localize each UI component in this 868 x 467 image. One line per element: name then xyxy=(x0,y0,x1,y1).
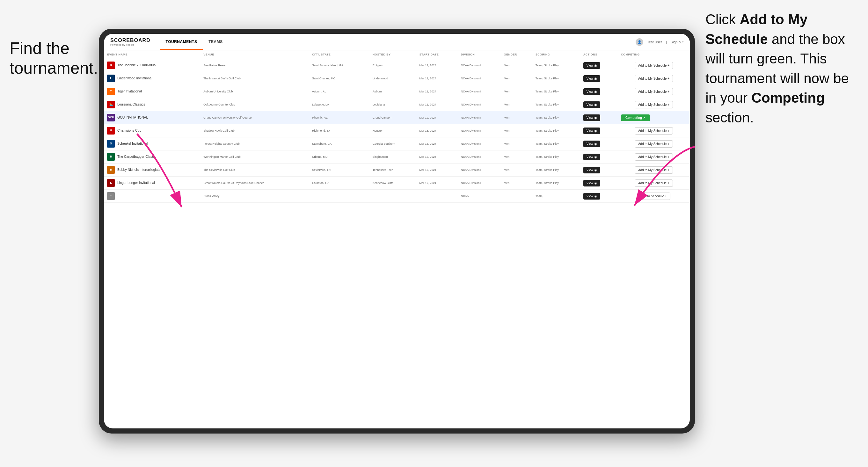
col-hosted-by: HOSTED BY xyxy=(369,50,416,59)
team-logo: T xyxy=(107,88,115,95)
col-venue: VENUE xyxy=(200,50,309,59)
add-to-schedule-button[interactable]: Add to My Schedule + xyxy=(635,153,673,161)
scoring-cell: Team, Stroke Play xyxy=(532,177,580,190)
gender-cell: Men xyxy=(500,177,532,190)
start-date-cell: Mar 11, 2024 xyxy=(416,59,458,72)
app-logo: SCOREBOARD xyxy=(110,38,151,43)
actions-cell: View ◉ xyxy=(580,111,618,124)
table-row: B Bobby Nichols Intercollegiate The Sevi… xyxy=(104,163,690,177)
start-date-cell: Mar 11, 2024 xyxy=(416,98,458,111)
city-state-cell: Sevierville, TN xyxy=(309,163,369,177)
add-to-schedule-button[interactable]: Add to My Schedule + xyxy=(635,62,673,69)
hosted-by-cell: Houston xyxy=(369,124,416,137)
table-header-row: EVENT NAME VENUE CITY, STATE HOSTED BY S… xyxy=(104,50,690,59)
hosted-by-cell: Grand Canyon xyxy=(369,111,416,124)
right-annotation: Click Add to My Schedule and the box wil… xyxy=(706,9,859,127)
team-logo: GCU xyxy=(107,114,115,121)
col-gender: GENDER xyxy=(500,50,532,59)
competing-cell: Add to My Schedule + xyxy=(618,85,690,98)
add-to-schedule-button[interactable]: Add to My Schedule + xyxy=(635,101,673,108)
sign-out-link[interactable]: Sign out xyxy=(671,40,683,44)
col-competing: COMPETING xyxy=(618,50,690,59)
team-logo: B xyxy=(107,166,115,174)
event-name: Lindenwood Invitational xyxy=(117,76,152,81)
gender-cell: Men xyxy=(500,151,532,163)
city-state-cell: Saint Charles, MO xyxy=(309,72,369,85)
view-button[interactable]: View ◉ xyxy=(583,193,600,199)
event-name: Bobby Nichols Intercollegiate xyxy=(117,168,160,172)
event-name-cell: GCU GCU INVITATIONAL xyxy=(104,111,200,124)
venue-cell: Brook Valley xyxy=(200,190,309,203)
event-name-cell: T Tiger Invitational xyxy=(104,85,200,98)
view-button[interactable]: View ◉ xyxy=(583,167,600,174)
actions-cell: View ◉ xyxy=(580,72,618,85)
tab-teams[interactable]: TEAMS xyxy=(203,34,228,50)
view-button[interactable]: View ◉ xyxy=(583,127,600,134)
team-logo: S xyxy=(107,140,115,148)
scoring-cell: Team, Stroke Play xyxy=(532,98,580,111)
city-state-cell: Urbana, MD xyxy=(309,151,369,163)
view-button[interactable]: View ◉ xyxy=(583,180,600,186)
division-cell: NCAA Division I xyxy=(458,111,501,124)
table-row: S Schenkel Invitational Forest Heights C… xyxy=(104,137,690,151)
view-button[interactable]: View ◉ xyxy=(583,101,600,108)
division-cell: NCAA Division I xyxy=(458,151,501,163)
actions-cell: View ◉ xyxy=(580,124,618,137)
event-name: The Carpetbagger Classic xyxy=(117,155,156,159)
competing-cell: Add to My Schedule + xyxy=(618,137,690,151)
table-row: T Tiger Invitational Auburn University C… xyxy=(104,85,690,98)
view-button[interactable]: View ◉ xyxy=(583,62,600,69)
competing-button[interactable]: Competing ✓ xyxy=(621,115,650,121)
event-name: Linger Longer Invitational xyxy=(117,181,155,185)
table-row: H Champions Cup Shadow Hawk Golf ClubRic… xyxy=(104,124,690,137)
venue-cell: Auburn University Club xyxy=(200,85,309,98)
team-logo: • xyxy=(107,192,115,200)
scoring-cell: Team, Stroke Play xyxy=(532,163,580,177)
add-to-schedule-button[interactable]: Add to My Schedule + xyxy=(635,166,673,174)
view-button[interactable]: View ◉ xyxy=(583,141,600,147)
competing-cell: Add to My Schedule + xyxy=(618,72,690,85)
gender-cell: Men xyxy=(500,111,532,124)
table-row: •Brook ValleyNCAATeam, View ◉ Add to Sch… xyxy=(104,190,690,203)
view-button[interactable]: View ◉ xyxy=(583,75,600,82)
start-date-cell: Mar 17, 2024 xyxy=(416,163,458,177)
col-actions: ACTIONS xyxy=(580,50,618,59)
venue-cell: Worthington Manor Golf Club xyxy=(200,151,309,163)
start-date-cell: Mar 11, 2024 xyxy=(416,72,458,85)
view-button[interactable]: View ◉ xyxy=(583,115,600,121)
event-name-cell: R The Johnnie - O Individual xyxy=(104,59,200,72)
hosted-by-cell: Kennesaw State xyxy=(369,177,416,190)
division-cell: NCAA Division I xyxy=(458,124,501,137)
view-button[interactable]: View ◉ xyxy=(583,154,600,160)
tournaments-table: EVENT NAME VENUE CITY, STATE HOSTED BY S… xyxy=(104,50,690,203)
actions-cell: View ◉ xyxy=(580,85,618,98)
col-division: DIVISION xyxy=(458,50,501,59)
add-to-schedule-button[interactable]: Add to Schedule + xyxy=(637,192,670,200)
scoring-cell: Team, Stroke Play xyxy=(532,85,580,98)
add-to-schedule-button[interactable]: Add to My Schedule + xyxy=(635,75,673,82)
tab-tournaments[interactable]: TOURNAMENTS xyxy=(160,34,203,50)
add-to-schedule-button[interactable]: Add to My Schedule + xyxy=(635,127,673,134)
team-logo: B xyxy=(107,153,115,161)
table-row: GCU GCU INVITATIONAL Grand Canyon Univer… xyxy=(104,111,690,124)
gender-cell: Men xyxy=(500,59,532,72)
hosted-by-cell: Louisiana xyxy=(369,98,416,111)
table-container: EVENT NAME VENUE CITY, STATE HOSTED BY S… xyxy=(104,50,690,429)
division-cell: NCAA Division I xyxy=(458,98,501,111)
app-header: SCOREBOARD Powered by clippd TOURNAMENTS… xyxy=(104,34,690,50)
gender-cell: Men xyxy=(500,163,532,177)
add-to-schedule-button[interactable]: Add to My Schedule + xyxy=(635,140,673,148)
add-to-schedule-button[interactable]: Add to My Schedule + xyxy=(635,180,673,187)
actions-cell: View ◉ xyxy=(580,177,618,190)
gender-cell: Men xyxy=(500,137,532,151)
view-button[interactable]: View ◉ xyxy=(583,88,600,95)
col-city-state: CITY, STATE xyxy=(309,50,369,59)
add-to-schedule-button[interactable]: Add to My Schedule + xyxy=(635,88,673,95)
venue-cell: Sea Palms Resort xyxy=(200,59,309,72)
start-date-cell: Mar 17, 2024 xyxy=(416,177,458,190)
city-state-cell: Auburn, AL xyxy=(309,85,369,98)
gender-cell: Men xyxy=(500,72,532,85)
division-cell: NCAA xyxy=(458,190,501,203)
scoring-cell: Team, xyxy=(532,190,580,203)
nav-tabs: TOURNAMENTS TEAMS xyxy=(160,34,228,50)
